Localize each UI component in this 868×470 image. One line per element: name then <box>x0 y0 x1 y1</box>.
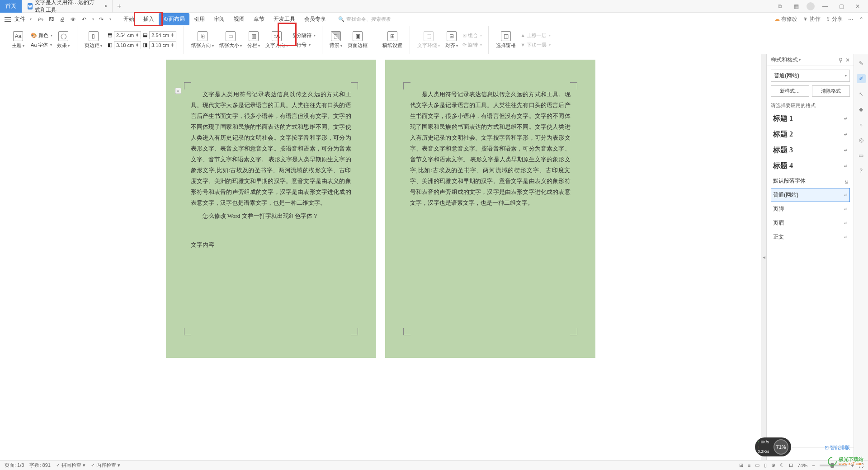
panel-pin-icon[interactable]: ⚲ <box>839 57 843 63</box>
section-marker-icon[interactable]: ≡ <box>175 88 181 94</box>
sidebar-styles-icon[interactable]: ✐ <box>857 74 866 83</box>
view-web-icon[interactable]: ▭ <box>755 462 760 468</box>
smart-layout-button[interactable]: ⊡ 智能排版 <box>825 444 850 451</box>
tab-start[interactable]: 开始 <box>119 13 139 25</box>
style-header[interactable]: 页眉↵ <box>771 216 850 230</box>
apps-grid-icon[interactable]: ▦ <box>790 2 802 11</box>
margin-top-input[interactable]: 2.54 cm▲▼ <box>114 31 141 39</box>
effects-button[interactable]: ◯效果▾ <box>54 30 72 50</box>
collaborate-button[interactable]: ⚘ 协作 <box>803 15 820 23</box>
style-heading-2[interactable]: 标题 2↵ <box>771 127 850 142</box>
document-canvas[interactable]: ≡ 文字是人类用符号记录表达信息以传之久远的方式和工具。现代文字大多是记录语言的… <box>0 54 761 460</box>
open-icon[interactable]: 🗁 <box>37 16 44 23</box>
new-tab-button[interactable]: + <box>113 2 126 10</box>
view-outline-icon[interactable]: ≡ <box>748 463 750 468</box>
print-icon[interactable]: 🖨 <box>59 16 66 23</box>
page-1[interactable]: ≡ 文字是人类用符号记录表达信息以传之久远的方式和工具。现代文字大多是记录语言的… <box>166 60 376 358</box>
body-paragraph[interactable]: 文字内容 <box>191 240 351 250</box>
tab-review[interactable]: 审阅 <box>209 13 229 25</box>
background-button[interactable]: ⬚背景▾ <box>327 30 345 50</box>
sidebar-location-icon[interactable]: ◎ <box>857 136 866 145</box>
command-search[interactable]: 🔍 查找命令、搜索模板 <box>338 16 391 23</box>
tab-view[interactable]: 视图 <box>229 13 249 25</box>
zoom-level[interactable]: 74% <box>797 463 807 468</box>
panel-close-icon[interactable]: ✕ <box>845 57 850 63</box>
page-border-button[interactable]: ▣页面边框 <box>345 30 370 50</box>
maximize-button[interactable]: ▢ <box>835 2 847 11</box>
collapse-ribbon-icon[interactable]: ⌃ <box>859 16 863 23</box>
style-heading-3[interactable]: 标题 3↵ <box>771 142 850 158</box>
file-menu[interactable]: 文件 <box>14 15 25 23</box>
theme-button[interactable]: Aa主题▾ <box>9 30 27 50</box>
spell-check-status[interactable]: ✓ 拼写检查 ▾ <box>56 462 85 469</box>
page-margin-button[interactable]: ▯页边距▾ <box>82 30 105 50</box>
content-check-status[interactable]: ✓ 内容检查 ▾ <box>91 462 120 469</box>
new-style-button[interactable]: 新样式… <box>771 85 809 97</box>
margin-right-input[interactable]: 3.18 cm▲▼ <box>149 41 176 49</box>
save-icon[interactable]: 🖫 <box>48 16 55 23</box>
body-paragraph[interactable]: 文字是人类用符号记录表达信息以传之久远的方式和工具。现代文字大多是记录语言的工具… <box>191 89 351 209</box>
tab-member[interactable]: 会员专享 <box>300 13 330 25</box>
group-button[interactable]: ⊡组合▾ <box>461 31 484 40</box>
share-button[interactable]: ⇪ 分享 <box>826 15 843 23</box>
style-footer[interactable]: 页脚↵ <box>771 202 850 216</box>
sidebar-help-icon[interactable]: ? <box>857 166 866 175</box>
align-button[interactable]: ⊟对齐▾ <box>443 30 461 50</box>
more-icon[interactable]: ⋯ <box>848 16 854 23</box>
tab-insert[interactable]: 插入 <box>139 13 159 25</box>
breaks-button[interactable]: §分隔符▾ <box>291 31 317 40</box>
body-paragraph[interactable]: 是人类用符号记录表达信息以传之久远的方式和工具。现代文字大多是记录语言的工具。人… <box>410 89 571 209</box>
night-mode-icon[interactable]: ☾ <box>780 462 784 468</box>
tab-page-layout[interactable]: 页面布局 <box>159 13 189 25</box>
hamburger-menu-icon[interactable] <box>5 17 11 22</box>
margin-bottom-input[interactable]: 2.54 cm▲▼ <box>149 31 176 39</box>
network-speed-widget[interactable]: ↑ 0K/s ↓ 0.2K/s 71% <box>755 437 791 456</box>
fit-page-icon[interactable]: ⊡ <box>789 462 793 468</box>
view-read-icon[interactable]: ▯ <box>764 462 767 468</box>
paper-size-button[interactable]: ▭纸张大小▾ <box>217 30 245 50</box>
current-style-select[interactable]: 普通(网站)▾ <box>771 70 850 82</box>
margin-left-input[interactable]: 3.18 cm▲▼ <box>114 41 141 49</box>
manuscript-button[interactable]: ⊞稿纸设置 <box>380 30 405 50</box>
bring-forward-button[interactable]: ▲上移一层▾ <box>519 31 552 40</box>
style-body[interactable]: 正文↵ <box>771 230 850 244</box>
zoom-out-button[interactable]: − <box>812 463 815 468</box>
sidebar-select-icon[interactable]: ↖ <box>857 89 866 99</box>
text-direction-button[interactable]: ↕A文字方向▾ <box>263 30 291 50</box>
globe-icon[interactable]: ⊕ <box>771 462 775 468</box>
view-mode-icon[interactable]: ⊞ <box>739 462 743 468</box>
body-paragraph[interactable]: 怎么修改 Word 文档一打字就出现红色字体？ <box>191 211 351 221</box>
sidebar-read-icon[interactable]: ▭ <box>857 151 866 160</box>
page-2[interactable]: 是人类用符号记录表达信息以传之久远的方式和工具。现代文字大多是记录语言的工具。人… <box>385 60 595 358</box>
theme-color-button[interactable]: 🎨颜色▾ <box>29 31 54 40</box>
rotate-button[interactable]: ⟳旋转▾ <box>461 41 484 49</box>
reading-mode-icon[interactable]: ⧉ <box>774 2 786 11</box>
tab-dev-tools[interactable]: 开发工具 <box>269 13 300 25</box>
style-heading-1[interactable]: 标题 1↵ <box>771 111 850 127</box>
minimize-button[interactable]: — <box>819 2 831 11</box>
document-tab[interactable]: W 文字是人类用符…远的方式和工具 <box>22 0 113 13</box>
close-button[interactable]: ✕ <box>852 2 863 11</box>
print-preview-icon[interactable]: 👁 <box>70 16 77 23</box>
line-numbers-button[interactable]: ≡行号▾ <box>291 41 317 49</box>
clear-format-button[interactable]: 清除格式 <box>812 85 850 97</box>
style-default-font[interactable]: 默认段落字体a <box>771 174 850 188</box>
selection-pane-button[interactable]: ◫选择窗格 <box>493 30 519 50</box>
columns-button[interactable]: ▥分栏▾ <box>245 30 263 50</box>
theme-font-button[interactable]: Aa 字体▾ <box>29 41 54 49</box>
tab-sections[interactable]: 章节 <box>249 13 269 25</box>
undo-icon[interactable]: ↶ <box>80 16 88 23</box>
word-count-status[interactable]: 字数: 891 <box>29 462 50 469</box>
panel-collapse-handle[interactable]: ◂ <box>761 54 767 460</box>
user-avatar-icon[interactable] <box>807 2 815 10</box>
has-changes-button[interactable]: ☁ 有修改 <box>774 15 797 23</box>
orientation-button[interactable]: ⎗纸张方向▾ <box>189 30 217 50</box>
text-wrap-button[interactable]: ⬚文字环绕▾ <box>415 30 443 50</box>
home-tab[interactable]: 首页 <box>0 0 22 13</box>
sidebar-pencil-icon[interactable]: ✎ <box>857 59 866 68</box>
sidebar-shapes-icon[interactable]: ◆ <box>857 105 866 114</box>
page-number-status[interactable]: 页面: 1/3 <box>5 462 24 469</box>
send-backward-button[interactable]: ▼下移一层▾ <box>519 41 552 49</box>
style-heading-4[interactable]: 标题 4↵ <box>771 158 850 174</box>
sidebar-translate-icon[interactable]: ⟐ <box>857 120 866 129</box>
